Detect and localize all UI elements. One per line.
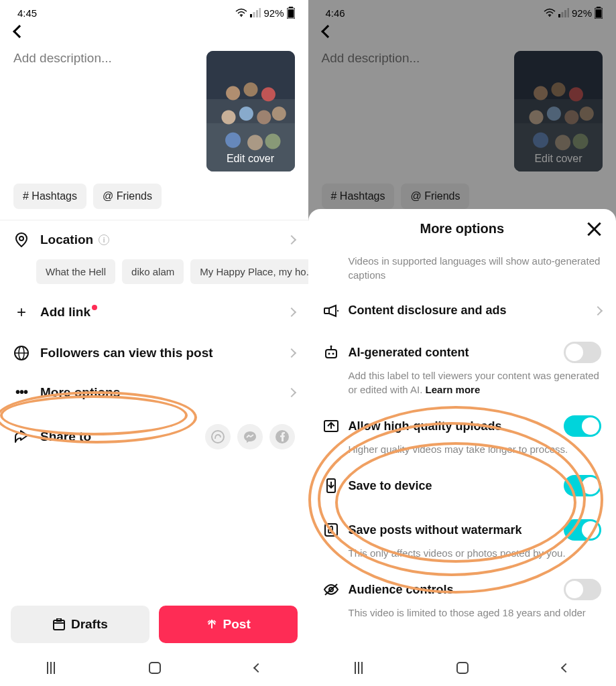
dots-icon: ••• (13, 385, 29, 400)
status-time: 4:45 (17, 7, 37, 19)
svg-rect-3 (256, 10, 258, 17)
close-icon[interactable] (585, 220, 603, 238)
video-thumbnail[interactable]: Edit cover (206, 51, 295, 172)
save-device-label: Save to device (349, 479, 555, 493)
location-row[interactable]: Locationi (0, 220, 308, 259)
add-link-label: Add link (40, 305, 278, 320)
location-chip[interactable]: My Happy Place, my ho... (190, 259, 308, 284)
audience-desc: This video is limited to those aged 18 y… (323, 603, 602, 629)
description-input[interactable]: Add description... (13, 51, 197, 172)
location-icon (13, 232, 29, 247)
sheet-title: More options (420, 221, 504, 236)
content-disclosure-label: Content disclosure and ads (349, 303, 586, 318)
edit-cover-button[interactable]: Edit cover (206, 153, 295, 165)
drafts-button[interactable]: Drafts (11, 606, 149, 643)
location-chip[interactable]: What the Hell (36, 259, 115, 284)
drafts-icon (52, 618, 66, 630)
save-watermark-desc: This only affects videos or photos poste… (323, 543, 602, 569)
chevron-right-icon (286, 348, 296, 358)
save-watermark-row[interactable]: Save posts without watermark (323, 510, 602, 543)
audience-controls-row[interactable]: Audience controls (323, 569, 602, 603)
ai-content-label: AI-generated content (349, 346, 555, 360)
plus-icon: + (13, 303, 29, 322)
globe-icon (13, 346, 29, 360)
svg-point-8 (19, 236, 23, 241)
right-screenshot: 4:46 92% Add description... Edit cover #… (308, 0, 617, 686)
megaphone-icon (323, 304, 339, 318)
nav-back-button[interactable] (561, 663, 570, 673)
hashtags-chip[interactable]: # Hashtags (13, 184, 86, 209)
whatsapp-icon[interactable] (205, 424, 231, 450)
hq-uploads-desc: Higher quality videos may take longer to… (323, 439, 602, 466)
battery-percent: 92% (263, 7, 284, 19)
messenger-icon[interactable] (237, 424, 263, 450)
add-link-row[interactable]: + Add link (0, 291, 308, 334)
watermark-icon (323, 523, 339, 537)
more-options-row[interactable]: ••• More options (0, 372, 308, 412)
more-options-sheet: More options Videos in supported languag… (308, 209, 617, 686)
chevron-right-icon (286, 387, 296, 397)
recents-button[interactable] (355, 662, 363, 674)
svg-rect-30 (326, 350, 336, 358)
svg-point-0 (241, 15, 242, 17)
learn-more-link[interactable]: Learn more (426, 384, 481, 395)
robot-icon (323, 345, 339, 360)
chevron-right-icon (286, 307, 296, 317)
info-icon: i (99, 234, 109, 245)
share-to-label: Share to (40, 429, 194, 444)
content-disclosure-row[interactable]: Content disclosure and ads (323, 294, 602, 320)
svg-point-34 (330, 346, 332, 348)
red-dot-icon (92, 305, 97, 310)
privacy-label: Followers can view this post (40, 346, 278, 360)
hq-uploads-row[interactable]: Allow high-quality uploads (323, 406, 602, 439)
post-icon (206, 618, 218, 630)
left-screenshot: 4:45 92% Add description... Edit cover #… (0, 0, 308, 686)
svg-point-12 (212, 431, 224, 443)
post-button[interactable]: Post (159, 606, 298, 643)
chevron-right-icon (286, 235, 296, 245)
audience-toggle[interactable] (564, 579, 601, 600)
status-bar: 4:45 92% (0, 0, 308, 23)
more-options-label: More options (40, 385, 278, 400)
hq-uploads-toggle[interactable] (564, 415, 601, 437)
svg-rect-28 (324, 308, 329, 314)
chevron-left-icon (13, 25, 26, 38)
location-label: Locationi (40, 232, 278, 247)
save-device-row[interactable]: Save to device (323, 466, 602, 499)
signal-icon (250, 8, 261, 17)
nav-bar (308, 650, 617, 686)
save-watermark-label: Save posts without watermark (349, 523, 555, 537)
bottom-buttons: Drafts Post (0, 606, 308, 643)
wifi-icon (235, 8, 247, 17)
privacy-row[interactable]: Followers can view this post (0, 334, 308, 372)
location-chip[interactable]: diko alam (122, 259, 184, 284)
save-watermark-toggle[interactable] (564, 519, 601, 541)
ai-content-row[interactable]: AI-generated content (323, 332, 602, 366)
chevron-right-icon (593, 305, 603, 315)
eye-off-icon (323, 583, 339, 596)
friends-chip[interactable]: @ Friends (93, 184, 162, 209)
facebook-icon[interactable] (269, 424, 295, 450)
audience-label: Audience controls (349, 583, 555, 597)
download-icon (323, 478, 339, 493)
location-suggestions: What the Hell diko alam My Happy Place, … (0, 259, 308, 291)
svg-rect-2 (253, 12, 255, 17)
sheet-body[interactable]: Videos in supported languages will show … (308, 249, 617, 629)
hd-icon (323, 419, 339, 433)
svg-rect-14 (54, 620, 64, 630)
svg-line-18 (208, 620, 210, 622)
share-to-row: Share to (0, 412, 308, 462)
captions-desc: Videos in supported languages will show … (323, 249, 602, 294)
save-device-toggle[interactable] (564, 475, 601, 496)
nav-back-button[interactable] (253, 663, 262, 673)
home-button[interactable] (456, 662, 469, 674)
description-area: Add description... Edit cover (0, 44, 308, 184)
svg-rect-7 (288, 9, 294, 18)
ai-content-toggle[interactable] (564, 342, 601, 363)
back-button[interactable] (0, 23, 308, 44)
home-button[interactable] (149, 662, 161, 674)
status-right: 92% (235, 7, 294, 19)
recents-button[interactable] (47, 662, 55, 674)
ai-content-desc: Add this label to tell viewers your cont… (323, 366, 602, 406)
chips-row: # Hashtags @ Friends (0, 184, 308, 220)
